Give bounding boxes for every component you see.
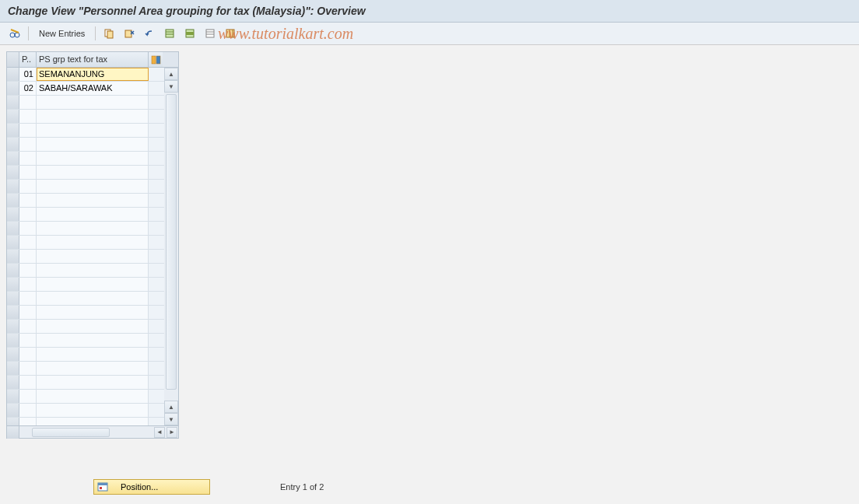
cell-text[interactable]: [37, 208, 149, 221]
row-select[interactable]: [7, 68, 19, 81]
cell-text[interactable]: [37, 348, 149, 361]
table-row[interactable]: [7, 404, 178, 418]
cell-p[interactable]: [19, 404, 37, 417]
cell-text[interactable]: SABAH/SARAWAK: [37, 82, 149, 95]
cell-p[interactable]: [19, 236, 37, 249]
header-text[interactable]: PS grp text for tax: [37, 52, 149, 67]
copy-button[interactable]: [100, 26, 117, 41]
cell-text[interactable]: [37, 194, 149, 207]
table-row[interactable]: 01SEMANANJUNG: [7, 68, 178, 82]
cell-p[interactable]: 02: [19, 82, 37, 95]
table-row[interactable]: [7, 292, 178, 306]
cell-text[interactable]: [37, 292, 149, 305]
cell-p[interactable]: [19, 376, 37, 389]
table-row[interactable]: [7, 180, 178, 194]
vscroll-up-button-2[interactable]: ▲: [164, 401, 178, 413]
cell-text[interactable]: SEMANANJUNG: [37, 68, 149, 81]
cell-p[interactable]: [19, 320, 37, 333]
cell-text[interactable]: [37, 376, 149, 389]
vscroll-up-button[interactable]: ▲: [164, 68, 178, 80]
config-button[interactable]: [222, 26, 239, 41]
table-row[interactable]: [7, 320, 178, 334]
table-row[interactable]: [7, 124, 178, 138]
hscroll-left-button[interactable]: ◄: [154, 427, 165, 438]
cell-text[interactable]: [37, 320, 149, 333]
header-p[interactable]: P..: [19, 52, 37, 67]
cell-text[interactable]: [37, 138, 149, 151]
row-select[interactable]: [7, 138, 19, 151]
table-row[interactable]: [7, 278, 178, 292]
deselect-all-button[interactable]: [202, 26, 219, 41]
row-select[interactable]: [7, 96, 19, 109]
cell-text[interactable]: [37, 418, 149, 425]
vscroll-thumb[interactable]: [166, 94, 177, 390]
cell-text[interactable]: [37, 334, 149, 347]
cell-p[interactable]: [19, 348, 37, 361]
row-select[interactable]: [7, 152, 19, 165]
table-row[interactable]: [7, 306, 178, 320]
row-select[interactable]: [7, 264, 19, 277]
cell-text[interactable]: [37, 166, 149, 179]
cell-p[interactable]: [19, 222, 37, 235]
table-row[interactable]: [7, 390, 178, 404]
row-select[interactable]: [7, 306, 19, 319]
header-select[interactable]: [7, 52, 19, 67]
cell-text[interactable]: [37, 124, 149, 137]
row-select[interactable]: [7, 278, 19, 291]
row-select[interactable]: [7, 236, 19, 249]
vscroll-down-button[interactable]: ▼: [164, 80, 178, 93]
cell-p[interactable]: [19, 208, 37, 221]
cell-p[interactable]: 01: [19, 68, 37, 81]
undo-button[interactable]: [141, 26, 158, 41]
toggle-button[interactable]: [6, 26, 23, 41]
table-row[interactable]: [7, 418, 178, 425]
cell-p[interactable]: [19, 110, 37, 123]
table-row[interactable]: [7, 334, 178, 348]
cell-text[interactable]: [37, 222, 149, 235]
table-row[interactable]: [7, 96, 178, 110]
cell-p[interactable]: [19, 334, 37, 347]
table-row[interactable]: [7, 348, 178, 362]
row-select[interactable]: [7, 250, 19, 263]
table-row[interactable]: [7, 166, 178, 180]
row-select[interactable]: [7, 194, 19, 207]
row-select[interactable]: [7, 404, 19, 417]
hscroll-track[interactable]: [32, 427, 130, 438]
delete-button[interactable]: [121, 26, 138, 41]
cell-p[interactable]: [19, 124, 37, 137]
cell-p[interactable]: [19, 390, 37, 403]
new-entries-button[interactable]: New Entries: [33, 26, 90, 41]
row-select[interactable]: [7, 390, 19, 403]
cell-text[interactable]: [37, 306, 149, 319]
table-row[interactable]: [7, 138, 178, 152]
row-select[interactable]: [7, 166, 19, 179]
cell-p[interactable]: [19, 250, 37, 263]
hscroll-right-button[interactable]: ►: [167, 427, 177, 438]
table-row[interactable]: [7, 264, 178, 278]
row-select[interactable]: [7, 320, 19, 333]
table-row[interactable]: 02SABAH/SARAWAK: [7, 82, 178, 96]
select-all-button[interactable]: [161, 26, 178, 41]
cell-text[interactable]: [37, 180, 149, 193]
cell-p[interactable]: [19, 418, 37, 425]
row-select[interactable]: [7, 110, 19, 123]
cell-p[interactable]: [19, 138, 37, 151]
table-row[interactable]: [7, 376, 178, 390]
cell-p[interactable]: [19, 278, 37, 291]
table-row[interactable]: [7, 250, 178, 264]
cell-p[interactable]: [19, 180, 37, 193]
cell-text[interactable]: [37, 264, 149, 277]
row-select[interactable]: [7, 208, 19, 221]
row-select[interactable]: [7, 376, 19, 389]
table-row[interactable]: [7, 152, 178, 166]
cell-p[interactable]: [19, 292, 37, 305]
cell-p[interactable]: [19, 96, 37, 109]
row-select[interactable]: [7, 292, 19, 305]
cell-p[interactable]: [19, 306, 37, 319]
table-row[interactable]: [7, 194, 178, 208]
table-row[interactable]: [7, 362, 178, 376]
table-row[interactable]: [7, 236, 178, 250]
hscroll-thumb[interactable]: [32, 428, 110, 437]
table-row[interactable]: [7, 222, 178, 236]
position-button[interactable]: Position...: [93, 479, 210, 495]
